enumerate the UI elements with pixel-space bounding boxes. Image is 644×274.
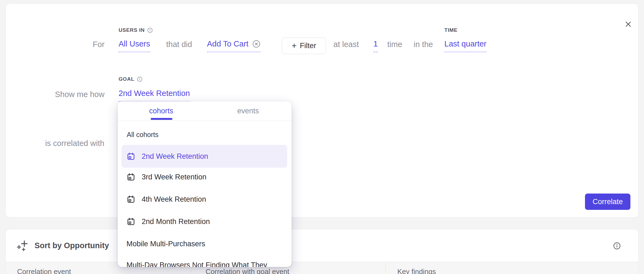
connector-in-the: in the — [414, 40, 433, 49]
close-icon[interactable] — [624, 20, 633, 29]
list-item-2nd-month-retention[interactable]: 2nd Month Retention — [122, 210, 287, 233]
connector-that-did: that did — [166, 40, 192, 49]
tab-events[interactable]: events — [205, 101, 292, 120]
column-header-key-findings: Key findings — [386, 267, 638, 274]
list-item-multi-day-browsers[interactable]: Multi-Day Browsers Not Finding What They — [122, 254, 287, 267]
dropdown-tabs: cohorts events — [118, 101, 292, 121]
connector-for: For — [93, 40, 105, 49]
info-icon[interactable] — [137, 76, 143, 82]
goal-dropdown: cohorts events All cohorts 2nd Week Rete… — [118, 101, 292, 267]
connector-is-correlated-with: is correlated with — [45, 139, 104, 148]
time-value[interactable]: Last quarter — [444, 39, 487, 52]
goal-value[interactable]: 2nd Week Retention — [119, 89, 190, 102]
goal-label: GOAL — [119, 76, 143, 82]
calendar-icon — [126, 152, 135, 161]
count-value[interactable]: 1 — [373, 39, 378, 52]
info-icon[interactable] — [613, 242, 621, 250]
users-in-value[interactable]: All Users — [119, 39, 150, 52]
results-table-header: Correlation event Correlation with goal … — [6, 262, 638, 274]
calendar-icon — [126, 195, 135, 204]
active-tab-underline — [151, 118, 172, 120]
tab-cohorts[interactable]: cohorts — [118, 101, 205, 120]
connector-show-me-how: Show me how — [55, 90, 104, 99]
info-icon[interactable] — [147, 27, 153, 33]
list-item-4th-week-retention[interactable]: 4th Week Retention — [122, 188, 287, 211]
sort-row: Sort by Opportunity — [6, 229, 638, 262]
list-item-2nd-week-retention[interactable]: 2nd Week Retention — [122, 145, 287, 168]
remove-event-icon[interactable] — [252, 40, 261, 48]
connector-time: time — [387, 40, 402, 49]
event-value[interactable]: Add To Cart — [207, 39, 261, 52]
users-in-label: USERS IN — [119, 27, 153, 33]
query-builder-card: For USERS IN All Users that did Add To C… — [5, 4, 639, 217]
sort-by-opportunity-label[interactable]: Sort by Opportunity — [35, 241, 109, 250]
calendar-icon — [126, 173, 135, 181]
connector-at-least: at least — [333, 40, 359, 49]
column-header-correlation-event: Correlation event — [6, 267, 191, 274]
add-filter-button[interactable]: + Filter — [282, 38, 326, 54]
sparkles-icon — [17, 239, 29, 252]
list-item-mobile-multi-purchasers[interactable]: Mobile Multi-Purchasers — [122, 232, 287, 255]
results-panel: Sort by Opportunity Correlation event Co… — [5, 229, 639, 274]
cohorts-section-header: All cohorts — [127, 131, 159, 139]
column-header-correlation-with-goal-event: Correlation with goal event — [191, 267, 385, 274]
list-item-3rd-week-retention[interactable]: 3rd Week Retention — [122, 166, 287, 188]
correlate-button[interactable]: Correlate — [585, 194, 630, 210]
time-label: TIME — [444, 27, 458, 33]
plus-icon: + — [292, 42, 296, 50]
calendar-icon — [126, 217, 135, 226]
